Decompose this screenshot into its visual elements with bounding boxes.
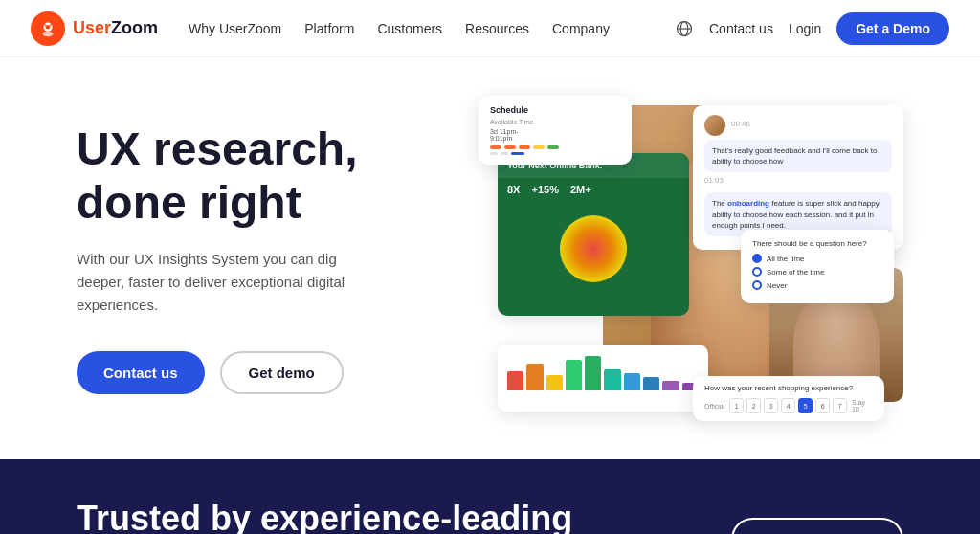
- nav-right: Contact us Login Get a Demo: [675, 12, 949, 45]
- survey-option-2: Some of the time: [752, 267, 882, 277]
- hero-buttons: Contact us Get demo: [77, 351, 459, 394]
- schedule-card-title: Schedule: [490, 105, 620, 115]
- svg-point-2: [43, 31, 54, 36]
- svg-point-4: [50, 24, 52, 26]
- chat-card: 00:46 That's really good feedback and I'…: [693, 105, 903, 250]
- svg-point-1: [46, 24, 51, 29]
- logo-icon: [31, 11, 65, 46]
- globe-icon[interactable]: [675, 19, 694, 38]
- svg-point-3: [44, 24, 46, 26]
- logo-text: UserZoom: [73, 18, 158, 38]
- see-all-customers-button[interactable]: See all customers: [731, 518, 903, 534]
- nav-contact-link[interactable]: Contact us: [709, 21, 773, 36]
- trusted-title: Trusted by experience-leading brands wor…: [77, 498, 572, 534]
- hero-section: UX research, done right With our UX Insi…: [0, 57, 980, 459]
- survey-option-1: All the time: [752, 254, 882, 263]
- navbar: UserZoom Why UserZoom Platform Customers…: [0, 0, 980, 57]
- heatmap-card: Your Next Online Bank. 8X +15% 2M+: [498, 153, 689, 316]
- hero-illustration: Schedule Available Time 3d 11pm-9:01pm: [479, 96, 903, 421]
- rating-card: How was your recent shopping experience?…: [693, 376, 884, 421]
- hero-left: UX research, done right With our UX Insi…: [77, 122, 459, 393]
- nav-link-why[interactable]: Why UserZoom: [189, 21, 281, 36]
- trusted-section: Trusted by experience-leading brands wor…: [0, 459, 980, 534]
- get-demo-button[interactable]: Get demo: [220, 351, 344, 394]
- nav-login-link[interactable]: Login: [789, 21, 821, 36]
- chart-bars: [507, 352, 699, 390]
- chart-card: [498, 345, 708, 412]
- rating-scale: Official 1 2 3 4 5 6 7 Stay 10: [704, 398, 873, 413]
- heatmap-circle: [560, 215, 627, 282]
- logo[interactable]: UserZoom: [31, 11, 158, 46]
- nav-link-customers[interactable]: Customers: [377, 21, 442, 36]
- survey-card: There should be a question here? All the…: [741, 230, 894, 303]
- hero-title: UX research, done right: [77, 122, 459, 228]
- heatmap-stats: 8X +15% 2M+: [498, 178, 689, 201]
- nav-link-platform[interactable]: Platform: [304, 21, 354, 36]
- survey-option-3: Never: [752, 280, 882, 290]
- nav-demo-button[interactable]: Get a Demo: [836, 12, 949, 45]
- contact-us-button[interactable]: Contact us: [77, 351, 205, 394]
- heatmap-body: [498, 201, 689, 297]
- nav-link-resources[interactable]: Resources: [465, 21, 529, 36]
- nav-link-company[interactable]: Company: [552, 21, 610, 36]
- schedule-card: Schedule Available Time 3d 11pm-9:01pm: [479, 96, 632, 165]
- nav-links: Why UserZoom Platform Customers Resource…: [189, 21, 675, 36]
- hero-subtitle: With our UX Insights System you can dig …: [77, 248, 383, 317]
- time-label-1: Available Time: [490, 119, 538, 125]
- chat-bubble-1: That's really good feedback and I'll com…: [704, 140, 892, 172]
- chat-avatar: [704, 115, 725, 136]
